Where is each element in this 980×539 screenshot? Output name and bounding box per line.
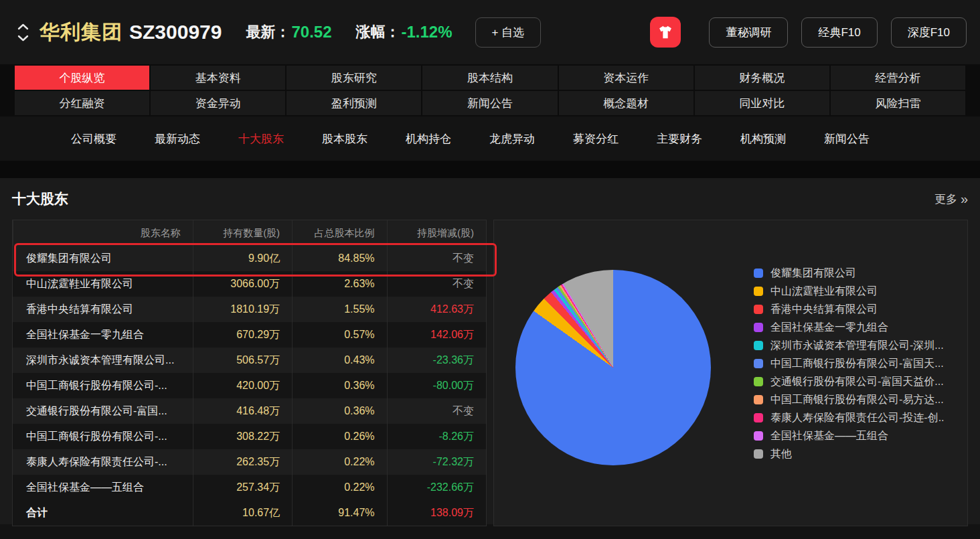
shareholder-name: 交通银行股份有限公司-富国... — [13, 398, 193, 424]
content-area: 十大股东 更多 » 股东名称 持有数量(股) 占总股本比例 持股增减(股) — [0, 178, 980, 524]
main-tab[interactable]: 风险扫雷 — [831, 91, 965, 115]
holding-change: -80.00万 — [387, 373, 486, 398]
legend-item[interactable]: 泰康人寿保险有限责任公司-投连-创.. — [754, 412, 960, 424]
main-tab[interactable]: 股东研究 — [287, 66, 421, 90]
shareholders-table-panel: 股东名称 持有数量(股) 占总股本比例 持股增减(股) 俊耀集团有限公司 9.9… — [12, 220, 487, 526]
double-chevron-right-icon: » — [961, 191, 968, 207]
sub-nav-item[interactable]: 股本股东 — [322, 131, 368, 147]
theme-tshirt-button[interactable] — [650, 17, 681, 48]
holding-change: 不变 — [387, 398, 486, 424]
legend-swatch — [754, 359, 763, 368]
shareholder-name: 中国工商银行股份有限公司-... — [13, 424, 193, 449]
tshirt-icon — [657, 23, 674, 41]
legend-item[interactable]: 中国工商银行股份有限公司-易方达... — [754, 394, 960, 406]
holding-quantity: 670.29万 — [193, 322, 292, 348]
main-tab[interactable]: 资金异动 — [151, 91, 285, 115]
table-row[interactable]: 交通银行股份有限公司-富国... 416.48万 0.36% 不变 — [13, 398, 486, 424]
legend-item[interactable]: 全国社保基金一零九组合 — [754, 321, 960, 333]
table-row[interactable]: 全国社保基金——五组合 257.34万 0.22% -232.66万 — [13, 475, 486, 500]
divider-band — [0, 161, 980, 178]
table-row[interactable]: 俊耀集团有限公司 9.90亿 84.85% 不变 — [13, 246, 486, 271]
sub-nav-item[interactable]: 募资分红 — [573, 131, 619, 147]
main-tab[interactable]: 概念题材 — [559, 91, 693, 115]
table-header-row: 股东名称 持有数量(股) 占总股本比例 持股增减(股) — [13, 220, 486, 246]
main-tab[interactable]: 经营分析 — [831, 66, 965, 90]
legend-swatch — [754, 449, 763, 459]
sub-nav-item[interactable]: 最新动态 — [155, 131, 200, 147]
chevron-up-icon[interactable] — [17, 23, 29, 30]
latest-label: 最新： — [246, 22, 290, 42]
legend-swatch — [754, 341, 763, 350]
sub-nav-item[interactable]: 机构持仓 — [406, 131, 451, 147]
legend-item[interactable]: 俊耀集团有限公司 — [754, 267, 960, 279]
sub-nav-item[interactable]: 机构预测 — [740, 131, 786, 147]
more-label: 更多 — [934, 191, 957, 207]
header-action-button[interactable]: 经典F10 — [801, 17, 877, 48]
sub-nav-item[interactable]: 新闻公告 — [824, 131, 870, 147]
stock-switcher[interactable] — [17, 23, 29, 42]
legend-swatch — [754, 268, 763, 278]
stock-name: 华利集团 — [39, 19, 122, 46]
table-row[interactable]: 中国工商银行股份有限公司-... 308.22万 0.26% -8.26万 — [13, 424, 486, 449]
main-tab[interactable]: 股本结构 — [422, 66, 557, 90]
holding-quantity: 257.34万 — [193, 475, 292, 500]
table-row[interactable]: 泰康人寿保险有限责任公司-... 262.35万 0.22% -72.32万 — [13, 449, 486, 475]
holding-change: 不变 — [387, 271, 486, 297]
main-tab[interactable]: 同业对比 — [695, 91, 829, 115]
legend-item[interactable]: 交通银行股份有限公司-富国天益价... — [754, 376, 960, 388]
table-rows: 俊耀集团有限公司 9.90亿 84.85% 不变 中山浤霆鞋业有限公司 3066… — [13, 246, 486, 500]
header-action-button[interactable]: 董秘调研 — [709, 17, 788, 48]
legend-item[interactable]: 深圳市永诚资本管理有限公司-深圳... — [754, 339, 960, 352]
holding-change: 不变 — [387, 246, 486, 271]
add-watchlist-button[interactable]: + 自选 — [475, 17, 542, 48]
main-tab[interactable]: 财务概况 — [695, 66, 829, 90]
main-tab[interactable]: 新闻公告 — [422, 91, 557, 115]
main-tab[interactable]: 个股纵览 — [15, 66, 149, 90]
stock-header: 华利集团 SZ300979 最新： 70.52 涨幅： -1.12% + 自选 … — [0, 0, 980, 64]
holding-quantity: 262.35万 — [193, 449, 292, 475]
legend-item[interactable]: 中山浤霆鞋业有限公司 — [754, 285, 960, 297]
section-title: 十大股东 — [12, 189, 68, 208]
legend-label: 全国社保基金一零九组合 — [770, 321, 888, 333]
shareholder-name: 中山浤霆鞋业有限公司 — [13, 271, 193, 297]
legend-label: 中山浤霆鞋业有限公司 — [770, 285, 878, 297]
sub-nav: 公司概要 最新动态 十大股东 股本股东 机构持仓 龙虎异动 募资分红 主要财务 … — [0, 117, 980, 161]
legend-item[interactable]: 香港中央结算有限公司 — [754, 303, 960, 315]
legend-label: 其他 — [770, 448, 792, 460]
header-action-button[interactable]: 深度F10 — [891, 17, 967, 48]
table-row[interactable]: 中山浤霆鞋业有限公司 3066.00万 2.63% 不变 — [13, 271, 486, 297]
holding-quantity: 506.57万 — [193, 348, 292, 373]
sub-nav-item[interactable]: 十大股东 — [238, 131, 284, 147]
sub-nav-item[interactable]: 主要财务 — [657, 131, 702, 147]
legend-label: 全国社保基金——五组合 — [770, 430, 888, 442]
table-row[interactable]: 香港中央结算有限公司 1810.19万 1.55% 412.63万 — [13, 297, 486, 322]
total-percent: 91.47% — [292, 500, 386, 526]
main-tab[interactable]: 盈利预测 — [287, 91, 421, 115]
holding-percent: 0.36% — [292, 398, 386, 424]
holding-percent: 2.63% — [292, 271, 386, 297]
table-row[interactable]: 深圳市永诚资本管理有限公司... 506.57万 0.43% -23.36万 — [13, 348, 486, 373]
shareholder-name: 全国社保基金一零九组合 — [13, 322, 193, 348]
shareholder-name: 香港中央结算有限公司 — [13, 297, 193, 322]
main-tab[interactable]: 基本资料 — [151, 66, 285, 90]
holding-change: -8.26万 — [387, 424, 486, 449]
sub-nav-item[interactable]: 公司概要 — [71, 131, 116, 147]
chevron-down-icon[interactable] — [17, 35, 29, 42]
legend-item[interactable]: 全国社保基金——五组合 — [754, 430, 960, 442]
legend-item[interactable]: 其他 — [754, 448, 960, 460]
holding-percent: 0.57% — [292, 322, 386, 348]
shareholder-name: 俊耀集团有限公司 — [13, 246, 193, 271]
column-header: 持股增减(股) — [387, 220, 486, 246]
holding-change: -72.32万 — [387, 449, 486, 475]
shareholder-name: 深圳市永诚资本管理有限公司... — [13, 348, 193, 373]
sub-nav-item[interactable]: 龙虎异动 — [489, 131, 535, 147]
main-tab[interactable]: 分红融资 — [15, 91, 149, 115]
legend-item[interactable]: 中国工商银行股份有限公司-富国天... — [754, 358, 960, 370]
main-tab[interactable]: 资本运作 — [559, 66, 693, 90]
table-row[interactable]: 全国社保基金一零九组合 670.29万 0.57% 142.06万 — [13, 322, 486, 348]
pie-chart-panel: 俊耀集团有限公司 中山浤霆鞋业有限公司 香港中央结算有限公司 全 — [493, 220, 968, 526]
legend-label: 俊耀集团有限公司 — [770, 267, 856, 279]
table-row[interactable]: 中国工商银行股份有限公司-... 420.00万 0.36% -80.00万 — [13, 373, 486, 398]
more-link[interactable]: 更多 » — [934, 191, 968, 207]
change-value: -1.12% — [402, 23, 453, 42]
